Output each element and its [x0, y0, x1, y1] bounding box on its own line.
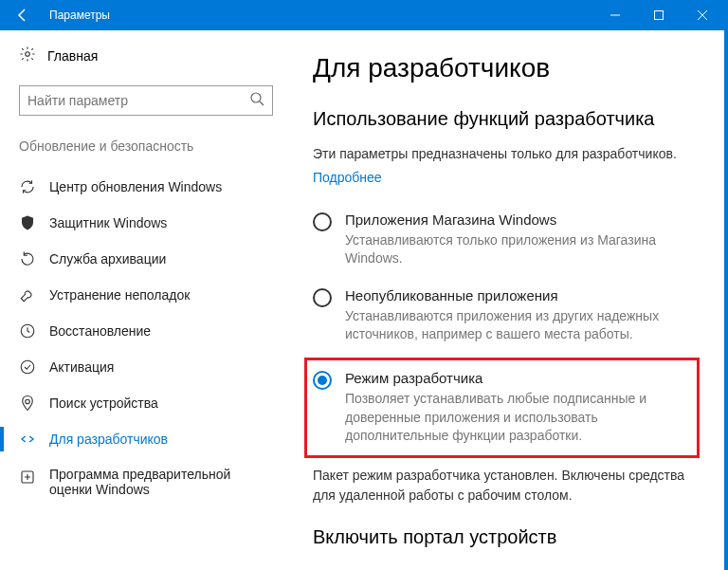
main-content: Для разработчиков Использование функций … — [284, 30, 724, 570]
svg-point-8 — [21, 360, 34, 374]
sidebar-item-troubleshoot[interactable]: Устранение неполадок — [19, 277, 284, 313]
radio-option-developer-mode[interactable]: Режим разработчика Позволяет устанавлива… — [304, 358, 700, 458]
check-icon — [19, 359, 36, 376]
radio-icon — [313, 288, 332, 307]
svg-point-5 — [251, 93, 261, 102]
sidebar-item-label: Служба архивации — [49, 251, 166, 267]
sidebar-item-label: Восстановление — [49, 323, 151, 339]
section-heading: Использование функций разработчика — [313, 108, 696, 130]
sidebar-item-recovery[interactable]: Восстановление — [19, 313, 284, 349]
option-title: Неопубликованные приложения — [345, 287, 696, 303]
sidebar-item-label: Устранение неполадок — [49, 287, 190, 303]
page-title: Для разработчиков — [313, 53, 696, 83]
backup-icon — [19, 250, 36, 267]
radio-icon-checked — [313, 371, 332, 390]
window-title: Параметры — [46, 9, 593, 22]
sidebar-item-label: Для разработчиков — [49, 432, 168, 447]
search-icon — [249, 91, 264, 110]
insider-icon — [19, 469, 36, 486]
svg-rect-1 — [655, 11, 664, 20]
option-desc: Устанавливаются только приложения из Маг… — [345, 231, 696, 268]
learn-more-link[interactable]: Подробнее — [313, 170, 382, 185]
option-title: Режим разработчика — [345, 370, 689, 386]
sidebar-item-find-device[interactable]: Поиск устройства — [19, 385, 284, 421]
sidebar-item-label: Программа предварительной оценки Windows — [49, 467, 267, 497]
sidebar-item-developers[interactable]: Для разработчиков — [19, 421, 284, 457]
option-title: Приложения Магазина Windows — [345, 211, 696, 228]
svg-point-4 — [26, 52, 30, 57]
back-button[interactable] — [0, 0, 46, 30]
sidebar-item-backup[interactable]: Служба архивации — [19, 241, 284, 277]
gear-icon — [19, 46, 36, 66]
search-input[interactable] — [19, 85, 273, 116]
shield-icon — [19, 214, 36, 231]
option-desc: Устанавливаются приложения из других над… — [345, 307, 696, 344]
sidebar: Главная Обновление и безопасность Центр … — [0, 30, 284, 570]
svg-line-6 — [260, 101, 264, 105]
sidebar-item-label: Поиск устройства — [49, 395, 158, 411]
sidebar-item-label: Активация — [49, 359, 114, 375]
radio-option-store-apps[interactable]: Приложения Магазина Windows Устанавливаю… — [313, 206, 696, 282]
radio-icon — [313, 212, 332, 231]
code-icon — [19, 431, 36, 448]
home-nav[interactable]: Главная — [19, 44, 284, 68]
sidebar-item-activation[interactable]: Активация — [19, 349, 284, 385]
wrench-icon — [19, 286, 36, 303]
search-field[interactable] — [27, 93, 249, 108]
home-label: Главная — [47, 48, 98, 64]
recovery-icon — [19, 322, 36, 340]
locate-icon — [19, 395, 36, 412]
svg-point-9 — [26, 399, 30, 404]
sidebar-item-label: Центр обновления Windows — [49, 179, 222, 194]
content-container: Главная Обновление и безопасность Центр … — [0, 30, 724, 570]
status-text: Пакет режим разработчика установлен. Вкл… — [313, 466, 692, 506]
section-title: Обновление и безопасность — [19, 138, 284, 154]
minimize-button[interactable] — [593, 0, 637, 30]
intro-text: Эти параметры предназначены только для р… — [313, 145, 696, 164]
sidebar-item-defender[interactable]: Защитник Windows — [19, 205, 284, 241]
window-controls — [593, 0, 724, 30]
radio-option-sideload[interactable]: Неопубликованные приложения Устанавливаю… — [313, 282, 696, 358]
close-button[interactable] — [681, 0, 724, 30]
option-desc: Позволяет устанавливать любые подписанны… — [345, 390, 689, 446]
sidebar-item-insider[interactable]: Программа предварительной оценки Windows — [19, 457, 284, 506]
titlebar: Параметры — [0, 0, 724, 30]
maximize-button[interactable] — [637, 0, 681, 30]
sidebar-item-label: Защитник Windows — [49, 215, 167, 230]
sync-icon — [19, 178, 36, 195]
portal-heading: Включить портал устройств — [313, 526, 696, 548]
sidebar-item-update[interactable]: Центр обновления Windows — [19, 169, 284, 205]
